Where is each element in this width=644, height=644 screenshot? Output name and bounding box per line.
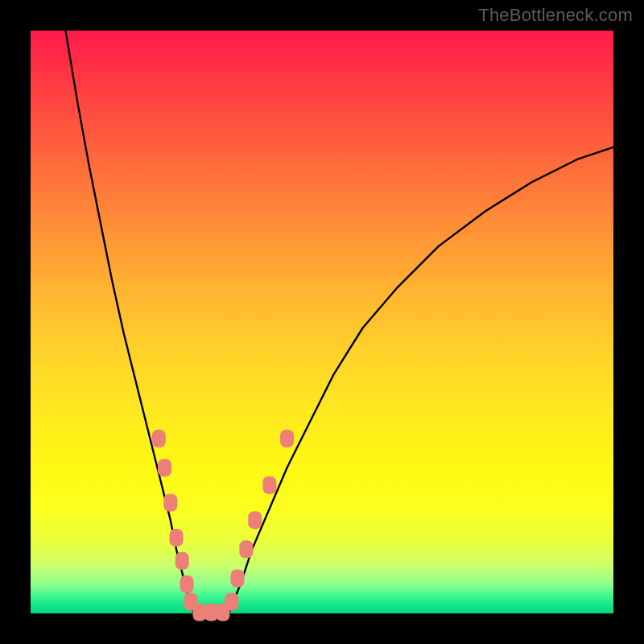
chart-marker xyxy=(170,529,184,547)
chart-marker xyxy=(204,604,218,621)
chart-marker xyxy=(248,511,262,529)
chart-marker xyxy=(175,552,189,570)
chart-marker xyxy=(280,430,294,448)
chart-marker xyxy=(163,493,177,511)
chart-marker xyxy=(262,477,276,494)
chart-marker xyxy=(239,540,253,558)
chart-marker xyxy=(225,593,238,611)
chart-marker xyxy=(158,459,171,477)
chart-markers xyxy=(152,430,294,621)
bottleneck-curve xyxy=(65,31,613,613)
chart-frame: TheBottleneck.com xyxy=(0,0,644,644)
chart-overlay xyxy=(31,31,613,613)
chart-marker xyxy=(180,576,194,593)
chart-marker xyxy=(152,430,166,448)
chart-marker xyxy=(231,570,245,588)
watermark-label: TheBottleneck.com xyxy=(478,5,633,26)
chart-marker xyxy=(192,604,206,621)
chart-curves xyxy=(65,31,613,613)
